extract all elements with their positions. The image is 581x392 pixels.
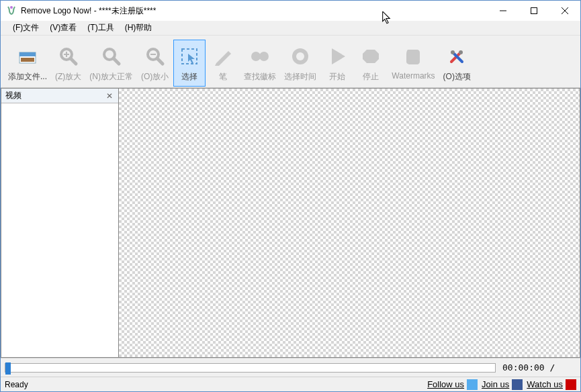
menu-tools[interactable]: (T)工具: [82, 21, 119, 35]
facebook-icon: [512, 379, 523, 390]
status-bar: Ready Follow us Join us Watch us: [1, 377, 580, 391]
select-tool-icon: [179, 46, 200, 67]
svg-rect-6: [19, 52, 36, 56]
menu-file[interactable]: (F)文件: [7, 21, 44, 35]
zoom-out-label: (O)放小: [141, 71, 169, 83]
select-tool-label: 选择: [181, 71, 197, 83]
svg-point-25: [459, 50, 463, 54]
stop-button[interactable]: 停止: [355, 40, 387, 87]
follow-link[interactable]: Follow us: [427, 379, 478, 390]
close-button[interactable]: [549, 1, 580, 21]
menu-bar: (F)文件 (V)查看 (T)工具 (H)帮助: [1, 21, 580, 36]
select-time-label: 选择时间: [284, 71, 316, 83]
svg-line-13: [114, 58, 119, 64]
title-bar: Remove Logo Now! - ****未注册版****: [1, 1, 580, 21]
select-time-icon: [289, 46, 311, 67]
stop-icon: [360, 46, 382, 67]
svg-rect-2: [531, 8, 537, 14]
zoom-in-icon: [58, 46, 79, 67]
app-icon: [6, 5, 17, 16]
status-text: Ready: [1, 380, 427, 389]
find-logo-label: 查找徽标: [244, 71, 276, 83]
video-list[interactable]: [1, 103, 118, 357]
timeline-track[interactable]: [5, 363, 496, 373]
svg-line-9: [71, 58, 76, 64]
video-panel-close[interactable]: ✕: [103, 91, 116, 101]
find-logo-button[interactable]: 查找徽标: [240, 40, 279, 87]
zoom-in-button[interactable]: (Z)放大: [52, 40, 85, 87]
find-logo-icon: [249, 46, 271, 67]
svg-point-26: [451, 50, 455, 54]
options-button[interactable]: (O)选项: [440, 40, 474, 87]
add-file-label: 添加文件...: [8, 71, 47, 83]
svg-point-22: [296, 52, 304, 60]
timeline-bar: 00:00:00 /: [1, 358, 580, 377]
menu-help[interactable]: (H)帮助: [120, 21, 158, 35]
zoom-normal-icon: [101, 46, 122, 67]
pen-tool-button[interactable]: 笔: [207, 40, 239, 87]
menu-view[interactable]: (V)查看: [44, 21, 82, 35]
zoom-out-button[interactable]: (O)放小: [138, 40, 172, 87]
start-label: 开始: [329, 71, 345, 83]
svg-rect-7: [21, 58, 34, 62]
add-file-icon: [17, 46, 38, 67]
zoom-normal-label: (N)放大正常: [89, 71, 133, 83]
watermarks-label: Watermarks: [392, 71, 435, 81]
content-area: 视频 ✕: [1, 88, 580, 358]
toolbar: 添加文件... (Z)放大 (N)放大正常 (O)放小 选择 笔 查找徽标: [1, 36, 580, 88]
join-link[interactable]: Join us: [482, 379, 523, 390]
zoom-in-label: (Z)放大: [55, 71, 81, 83]
timecode-display: 00:00:00 /: [502, 362, 576, 373]
youtube-icon: [566, 379, 576, 390]
add-file-button[interactable]: 添加文件...: [5, 40, 50, 87]
svg-point-0: [10, 6, 13, 9]
minimize-button[interactable]: [488, 1, 519, 21]
watch-link[interactable]: Watch us: [527, 379, 576, 390]
svg-line-15: [157, 58, 163, 64]
start-button[interactable]: 开始: [321, 40, 353, 87]
watermarks-icon: [402, 46, 424, 67]
timeline-handle[interactable]: [5, 362, 11, 375]
video-panel: 视频 ✕: [1, 88, 119, 358]
svg-rect-20: [258, 54, 262, 57]
video-panel-header: 视频 ✕: [1, 89, 118, 103]
preview-canvas[interactable]: [119, 88, 580, 358]
watermarks-button[interactable]: Watermarks: [388, 40, 438, 87]
zoom-normal-button[interactable]: (N)放大正常: [86, 40, 136, 87]
stop-label: 停止: [363, 71, 379, 83]
options-label: (O)选项: [443, 71, 471, 83]
pen-tool-icon: [212, 46, 234, 67]
twitter-icon: [467, 379, 478, 390]
pen-tool-label: 笔: [219, 71, 227, 83]
select-tool-button[interactable]: 选择: [173, 40, 206, 87]
maximize-button[interactable]: [519, 1, 549, 21]
video-panel-title: 视频: [5, 90, 21, 101]
window-title: Remove Logo Now! - ****未注册版****: [21, 5, 488, 17]
play-icon: [326, 46, 348, 67]
options-icon: [446, 46, 467, 67]
select-time-button[interactable]: 选择时间: [281, 40, 320, 87]
zoom-out-icon: [144, 46, 166, 67]
